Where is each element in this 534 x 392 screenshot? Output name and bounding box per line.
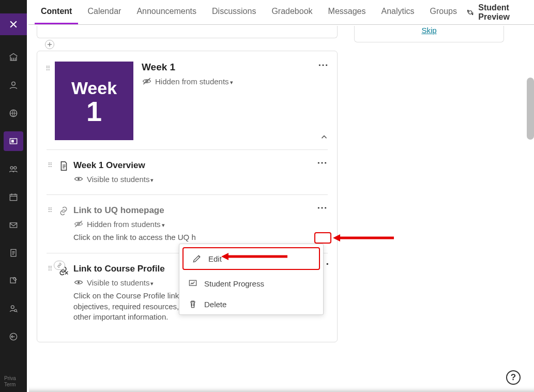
drag-handle[interactable]: ⠿ <box>47 160 54 184</box>
rail-institution[interactable] <box>4 48 23 67</box>
help-label: ? <box>511 372 516 383</box>
help-button[interactable]: ? <box>506 370 521 385</box>
drag-handle[interactable]: ⠿ <box>47 205 54 243</box>
rail-footer: Priva Term <box>4 375 16 388</box>
svg-point-17 <box>78 281 80 283</box>
content-item-overview: ⠿ Week 1 Overview Visible to students ⋯ <box>47 149 328 194</box>
tab-gradebook[interactable]: Gradebook <box>265 1 318 24</box>
rail-calendar[interactable] <box>4 187 23 207</box>
student-preview-label: Student Preview <box>478 3 528 22</box>
trash-icon <box>188 299 198 309</box>
rail-activity[interactable] <box>4 103 23 123</box>
close-icon <box>8 19 19 29</box>
institution-icon <box>8 52 19 63</box>
footer-terms[interactable]: Term <box>4 382 16 388</box>
document-icon <box>57 160 70 184</box>
menu-item-student-progress[interactable]: Student Progress <box>179 273 323 294</box>
rail-organizations[interactable] <box>4 159 23 179</box>
svg-point-10 <box>11 306 14 309</box>
item-more-button[interactable]: . <box>326 255 329 267</box>
courses-icon <box>8 136 19 146</box>
item-title[interactable]: Link to UQ homepage <box>73 205 328 216</box>
thumb-line1: Week <box>71 78 117 98</box>
person-icon <box>8 80 19 91</box>
student-preview-button[interactable]: Student Preview <box>466 3 528 22</box>
link-icon <box>57 205 70 243</box>
visible-icon <box>73 174 84 184</box>
svg-point-4 <box>10 167 13 169</box>
item-more-button[interactable]: ⋯ <box>317 201 328 214</box>
globe-icon <box>8 108 19 118</box>
module-title[interactable]: Week 1 <box>142 62 328 73</box>
edit-square-icon <box>8 276 19 286</box>
course-tabs: Content Calendar Announcements Discussio… <box>28 0 534 25</box>
right-panel-stub: Skip <box>354 26 504 42</box>
rail-messages[interactable] <box>4 215 23 235</box>
menu-item-edit[interactable]: Edit <box>182 247 320 270</box>
plus-icon <box>47 42 52 47</box>
rail-admin[interactable] <box>4 299 23 319</box>
person-search-icon <box>8 304 19 314</box>
svg-point-0 <box>12 82 16 85</box>
vertical-scrollbar[interactable] <box>527 78 534 140</box>
module-more-button[interactable]: ⋯ <box>318 58 329 71</box>
item-visibility-label: Visible to students <box>87 278 154 287</box>
rail-profile[interactable] <box>4 76 23 95</box>
calendar-icon <box>8 192 19 202</box>
module-thumbnail: Week 1 <box>55 62 133 140</box>
signout-icon <box>8 331 19 342</box>
bottom-shadow <box>29 385 534 392</box>
tab-calendar[interactable]: Calendar <box>81 1 127 24</box>
svg-point-13 <box>468 10 471 13</box>
item-description: Click on the link to access the UQ h <box>73 232 328 243</box>
svg-rect-6 <box>10 194 17 201</box>
rail-tools[interactable] <box>4 271 23 291</box>
link-badge-icon <box>56 262 63 268</box>
add-content-button[interactable] <box>45 40 54 49</box>
item-visibility-toggle[interactable]: Hidden from students <box>73 219 328 229</box>
drag-handle[interactable]: ⠿ <box>47 264 54 322</box>
tab-announcements[interactable]: Announcements <box>130 1 203 24</box>
previous-module-stub <box>37 26 338 38</box>
item-visibility-label: Hidden from students <box>87 220 165 229</box>
menu-progress-label: Student Progress <box>204 279 264 288</box>
svg-point-11 <box>14 309 17 311</box>
tab-discussions[interactable]: Discussions <box>206 1 262 24</box>
module-visibility-label: Hidden from students <box>155 77 233 86</box>
tab-content[interactable]: Content <box>35 1 78 24</box>
menu-item-delete[interactable]: Delete <box>179 294 323 314</box>
callout-arrow-more <box>333 232 395 244</box>
footer-privacy[interactable]: Priva <box>4 375 16 382</box>
link-bookmark-icon <box>57 264 70 322</box>
student-preview-icon <box>466 7 474 18</box>
svg-point-15 <box>78 178 80 180</box>
svg-rect-7 <box>10 223 17 228</box>
hidden-icon <box>142 76 152 86</box>
rail-signout[interactable] <box>4 327 23 346</box>
svg-rect-18 <box>189 280 196 285</box>
item-visibility-label: Visible to students <box>87 175 154 184</box>
tab-messages[interactable]: Messages <box>322 1 372 24</box>
pencil-icon <box>192 253 202 264</box>
people-icon <box>8 164 19 174</box>
item-more-button[interactable]: ⋯ <box>317 156 328 169</box>
drag-handle[interactable]: ⠿ <box>44 62 52 140</box>
left-nav-rail: Priva Term <box>0 0 27 392</box>
visible-icon <box>73 277 84 288</box>
tab-analytics[interactable]: Analytics <box>375 1 420 24</box>
module-collapse-button[interactable] <box>319 132 329 143</box>
mail-icon <box>8 220 19 230</box>
rail-grades[interactable] <box>4 243 23 263</box>
close-panel-button[interactable] <box>0 13 27 35</box>
skip-link[interactable]: Skip <box>421 26 436 35</box>
progress-icon <box>188 278 198 289</box>
tab-groups[interactable]: Groups <box>424 1 463 24</box>
context-menu: Edit Student Progress Delete <box>179 244 324 315</box>
item-visibility-toggle[interactable]: Visible to students <box>73 174 328 184</box>
rail-courses[interactable] <box>4 131 23 151</box>
hidden-icon <box>73 219 84 229</box>
document-icon <box>8 248 19 258</box>
module-visibility-toggle[interactable]: Hidden from students <box>142 76 328 86</box>
item-title[interactable]: Week 1 Overview <box>73 160 328 171</box>
menu-delete-label: Delete <box>204 300 226 309</box>
